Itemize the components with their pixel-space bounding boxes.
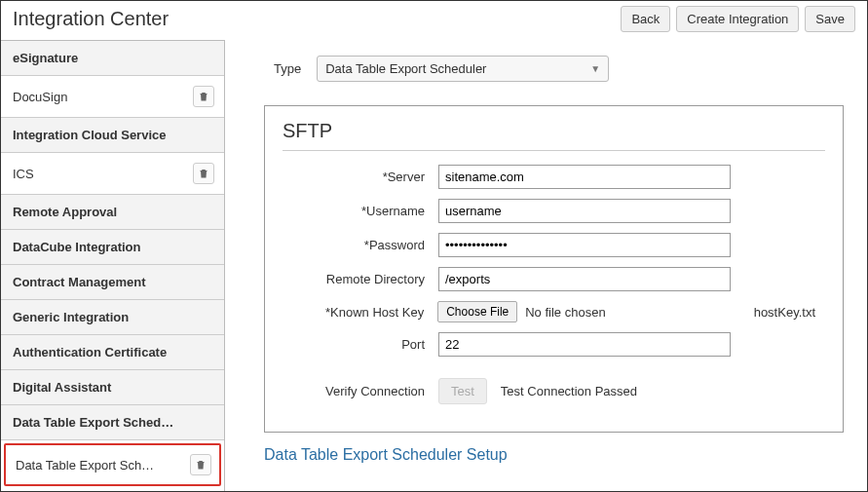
hostkey-filename: hostKey.txt	[754, 305, 825, 320]
sidebar-item-dt-export-sch[interactable]: Data Table Export Sch…	[6, 445, 219, 484]
username-row: *Username	[283, 199, 825, 223]
trash-icon	[195, 459, 207, 471]
verify-row: Verify Connection Test Test Connection P…	[283, 378, 825, 404]
sidebar-group-auth-cert[interactable]: Authentication Certificate	[1, 335, 224, 370]
sidebar-item-label: eSignature	[13, 51, 214, 65]
username-input[interactable]	[438, 199, 731, 223]
type-dropdown[interactable]: Data Table Export Scheduler ▼	[317, 56, 609, 82]
verify-label: Verify Connection	[283, 384, 438, 398]
type-dropdown-value: Data Table Export Scheduler	[325, 61, 486, 76]
password-row: *Password	[283, 233, 825, 257]
remote-dir-input[interactable]	[438, 267, 731, 291]
remote-dir-label: Remote Directory	[283, 272, 438, 286]
sidebar-item-label: Data Table Export Sched…	[13, 415, 214, 430]
hostkey-label: *Known Host Key	[283, 305, 437, 320]
sidebar-item-label: Remote Approval	[13, 205, 214, 219]
sidebar-item-label: Generic Integration	[13, 310, 214, 324]
sidebar-item-label: DataCube Integration	[13, 240, 214, 254]
sidebar-item-label: Digital Assistant	[13, 380, 214, 395]
sidebar-item-label: Authentication Certificate	[13, 345, 214, 360]
create-integration-button[interactable]: Create Integration	[676, 6, 799, 32]
server-row: *Server	[283, 165, 825, 189]
sidebar-group-digital-assistant[interactable]: Digital Assistant	[1, 370, 224, 405]
sidebar-group-datacube[interactable]: DataCube Integration	[1, 230, 224, 265]
sidebar-item-label: Integration Cloud Service	[13, 128, 214, 142]
sidebar-item-label: DocuSign	[13, 90, 187, 104]
delete-dt-export-button[interactable]	[190, 454, 211, 475]
sidebar-item-label: Contract Management	[13, 275, 214, 289]
sidebar-group-ics[interactable]: Integration Cloud Service	[1, 118, 224, 153]
topbar: Integration Center Back Create Integrati…	[1, 1, 867, 40]
test-connection-button[interactable]: Test	[438, 378, 487, 404]
save-button[interactable]: Save	[805, 6, 855, 32]
type-row: Type Data Table Export Scheduler ▼	[274, 56, 844, 82]
content: Type Data Table Export Scheduler ▼ SFTP …	[225, 40, 867, 491]
test-connection-status: Test Connection Passed	[501, 384, 637, 398]
password-input[interactable]	[438, 233, 731, 257]
sidebar-highlight: Data Table Export Sch…	[4, 443, 221, 486]
remote-dir-row: Remote Directory	[283, 267, 825, 291]
type-label: Type	[274, 61, 301, 76]
password-label: *Password	[283, 238, 438, 252]
delete-docusign-button[interactable]	[193, 86, 214, 107]
sidebar-group-dt-export-sched[interactable]: Data Table Export Sched…	[1, 405, 224, 440]
sidebar-item-docusign[interactable]: DocuSign	[1, 76, 224, 118]
sidebar-item-label: Data Table Export Sch…	[16, 458, 184, 473]
sidebar-group-esignature[interactable]: eSignature	[1, 41, 224, 76]
port-label: Port	[283, 337, 438, 352]
delete-ics-button[interactable]	[193, 163, 214, 184]
topbar-actions: Back Create Integration Save	[621, 6, 855, 32]
sidebar-item-label: ICS	[13, 167, 187, 181]
server-input[interactable]	[438, 165, 731, 189]
hostkey-row: *Known Host Key Choose File No file chos…	[283, 301, 825, 322]
sidebar: ◂ eSignature DocuSign Integration Cloud …	[1, 40, 225, 491]
page-title: Integration Center	[13, 8, 169, 30]
sftp-panel: SFTP *Server *Username *Password Remote …	[264, 105, 844, 433]
sidebar-group-contract-mgmt[interactable]: Contract Management	[1, 265, 224, 300]
chevron-down-icon: ▼	[590, 63, 600, 74]
sftp-heading: SFTP	[283, 120, 825, 151]
main: ◂ eSignature DocuSign Integration Cloud …	[1, 40, 867, 491]
back-button[interactable]: Back	[621, 6, 670, 32]
username-label: *Username	[283, 204, 438, 218]
setup-section-link[interactable]: Data Table Export Scheduler Setup	[264, 446, 508, 464]
hostkey-file-status: No file chosen	[525, 305, 605, 320]
sidebar-group-generic[interactable]: Generic Integration	[1, 300, 224, 335]
sidebar-group-remote-approval[interactable]: Remote Approval	[1, 195, 224, 230]
trash-icon	[198, 91, 209, 102]
port-input[interactable]	[438, 332, 731, 357]
server-label: *Server	[283, 170, 438, 184]
trash-icon	[198, 168, 209, 179]
port-row: Port	[283, 332, 825, 357]
hostkey-choose-file-button[interactable]: Choose File	[437, 301, 517, 322]
sidebar-item-ics[interactable]: ICS	[1, 153, 224, 195]
